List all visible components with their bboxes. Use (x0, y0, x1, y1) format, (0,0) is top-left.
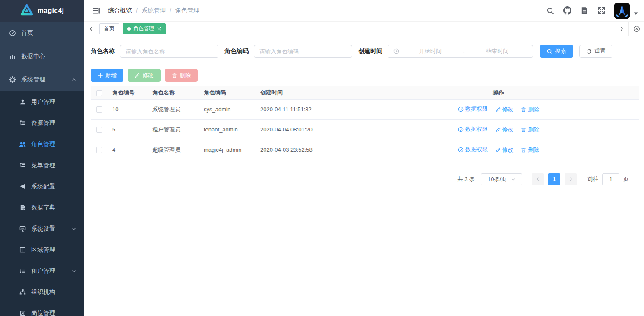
reset-button[interactable]: 重置 (579, 45, 612, 58)
github-icon[interactable] (563, 6, 571, 15)
tabs-scroll-left-button[interactable] (84, 22, 98, 36)
user-avatar[interactable] (614, 3, 630, 19)
cell-role-code: tenant_admin (198, 119, 255, 140)
table-row: 4 超级管理员 magic4j_admin 2020-04-03 23:52:5… (91, 140, 639, 160)
next-page-button[interactable] (565, 173, 577, 185)
delete-button-label: 删除 (180, 72, 191, 79)
sidebar-item-resource-management[interactable]: 资源管理 (0, 113, 84, 134)
sidebar-item-label: 数据字典 (31, 204, 55, 212)
sidebar-item-label: 组织机构 (31, 288, 55, 296)
pagination-total: 共 3 条 (458, 175, 475, 183)
sidebar-item-system-config[interactable]: 系统配置 (0, 176, 84, 197)
sidebar-item-role-management[interactable]: 角色管理 (0, 134, 84, 155)
roles-table: 角色编号 角色名称 角色编码 创建时间 操作 10 系统管理员 sys_admi… (91, 86, 639, 160)
sidebar-item-tenant-management[interactable]: 租户管理 (0, 260, 84, 282)
breadcrumb-item[interactable]: 综合概览 (108, 7, 132, 15)
table-row: 10 系统管理员 sys_admin 2020-04-11 11:51:32 数… (91, 99, 639, 119)
role-code-input[interactable] (254, 45, 352, 58)
tab-home[interactable]: 首页 (99, 23, 119, 34)
sidebar-item-system-settings[interactable]: 系统设置 (0, 218, 84, 239)
created-time-label: 创建时间 (358, 47, 382, 55)
data-permission-link[interactable]: 数据权限 (458, 146, 488, 153)
cell-created-at: 2020-04-04 08:01:20 (255, 119, 388, 140)
goto-page-input[interactable] (602, 173, 619, 185)
op-label: 删除 (528, 126, 539, 134)
op-label: 数据权限 (465, 146, 488, 153)
sidebar-item-label: 区域管理 (31, 246, 55, 254)
tab-role-management[interactable]: 角色管理 (123, 23, 166, 34)
close-all-tabs-icon[interactable] (628, 22, 644, 36)
tabs-scroll-right-button[interactable] (615, 22, 628, 36)
gear-icon (9, 76, 16, 83)
edit-button[interactable]: 修改 (128, 69, 161, 82)
start-date-placeholder: 开始时间 (399, 47, 461, 55)
chevron-down-icon (71, 226, 76, 232)
search-icon[interactable] (546, 7, 554, 15)
column-header-created-at: 创建时间 (255, 86, 388, 99)
row-edit-link[interactable]: 修改 (496, 106, 514, 113)
sidebar-item-user-management[interactable]: 用户管理 (0, 91, 84, 113)
op-label: 修改 (502, 146, 514, 154)
page-size-select[interactable]: 10条/页 (481, 173, 522, 185)
fullscreen-icon[interactable] (597, 6, 606, 15)
row-delete-link[interactable]: 删除 (521, 106, 539, 113)
data-permission-link[interactable]: 数据权限 (458, 125, 488, 133)
cell-created-at: 2020-04-03 23:52:58 (255, 140, 388, 160)
logo-bar[interactable]: magic4j (0, 0, 84, 22)
row-delete-link[interactable]: 删除 (521, 126, 539, 134)
page-size-value: 10条/页 (488, 175, 507, 183)
page-unit-label: 页 (623, 175, 629, 183)
row-edit-link[interactable]: 修改 (496, 146, 514, 154)
row-checkbox[interactable] (96, 127, 102, 133)
caret-down-icon[interactable] (634, 12, 638, 15)
role-name-label: 角色名称 (91, 47, 115, 55)
sidebar-item-data-center[interactable]: 数据中心 (0, 45, 84, 68)
role-name-input[interactable] (120, 45, 218, 58)
row-delete-link[interactable]: 删除 (521, 146, 539, 154)
list-icon (19, 268, 26, 275)
sidebar-item-region-management[interactable]: 区域管理 (0, 239, 84, 260)
tab-close-icon[interactable] (157, 27, 161, 31)
table-toolbar: 新增 修改 删除 (91, 69, 638, 82)
edit-button-label: 修改 (142, 72, 154, 79)
sidebar-item-system-management[interactable]: 系统管理 (0, 68, 84, 91)
sidebar-item-label: 系统配置 (31, 183, 55, 191)
sidebar-item-data-dictionary[interactable]: 数据字典 (0, 197, 84, 218)
sidebar-item-home[interactable]: 首页 (0, 22, 84, 45)
docs-icon[interactable] (581, 7, 588, 15)
add-button[interactable]: 新增 (91, 69, 123, 82)
op-label: 删除 (528, 146, 539, 154)
breadcrumb-item: 角色管理 (175, 7, 199, 15)
op-label: 修改 (502, 106, 514, 113)
current-page-button[interactable]: 1 (548, 173, 560, 185)
row-checkbox[interactable] (96, 147, 102, 153)
sidebar-item-position-management[interactable]: 岗位管理 (0, 303, 84, 316)
sidebar-item-organization[interactable]: 组织机构 (0, 282, 84, 303)
delete-button[interactable]: 删除 (165, 69, 198, 82)
tabs-list: 首页 角色管理 (98, 22, 615, 36)
monitor-icon (19, 225, 26, 232)
date-range-separator: - (461, 48, 466, 55)
select-all-checkbox[interactable] (96, 90, 102, 96)
main-area: 综合概览 / 系统管理 / 角色管理 (84, 0, 644, 316)
end-date-placeholder: 结束时间 (467, 47, 528, 55)
prev-page-button[interactable] (532, 173, 544, 185)
row-edit-link[interactable]: 修改 (496, 126, 514, 134)
column-header-role-name: 角色名称 (147, 86, 198, 99)
sidebar-item-menu-management[interactable]: 菜单管理 (0, 155, 84, 176)
breadcrumb-item: 系统管理 (142, 7, 166, 15)
sidebar-item-label: 数据中心 (21, 53, 45, 60)
table-row: 5 租户管理员 tenant_admin 2020-04-04 08:01:20… (91, 119, 639, 140)
search-button[interactable]: 搜索 (540, 45, 573, 58)
sidebar-item-label: 岗位管理 (31, 310, 55, 316)
dashboard-gauge-icon (9, 30, 16, 37)
date-range-picker[interactable]: 开始时间 - 结束时间 (388, 45, 533, 58)
data-permission-link[interactable]: 数据权限 (458, 105, 488, 113)
active-tab-dot (127, 27, 131, 31)
cell-role-name: 系统管理员 (147, 99, 198, 119)
system-management-submenu: 用户管理 资源管理 (0, 91, 84, 316)
breadcrumb: 综合概览 / 系统管理 / 角色管理 (108, 7, 199, 15)
row-checkbox[interactable] (96, 106, 102, 113)
hamburger-icon[interactable] (92, 6, 101, 15)
chevron-down-icon (71, 269, 76, 274)
